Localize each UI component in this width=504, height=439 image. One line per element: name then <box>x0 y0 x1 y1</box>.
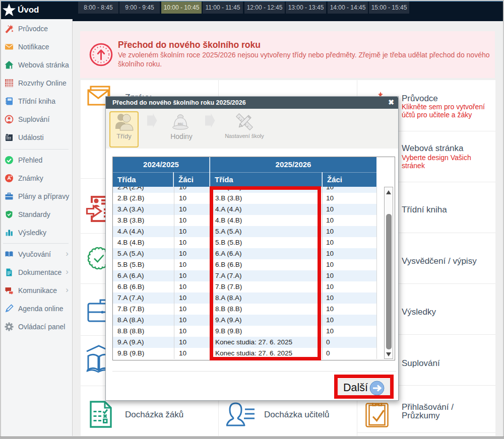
svg-text:asc: asc <box>178 122 183 125</box>
